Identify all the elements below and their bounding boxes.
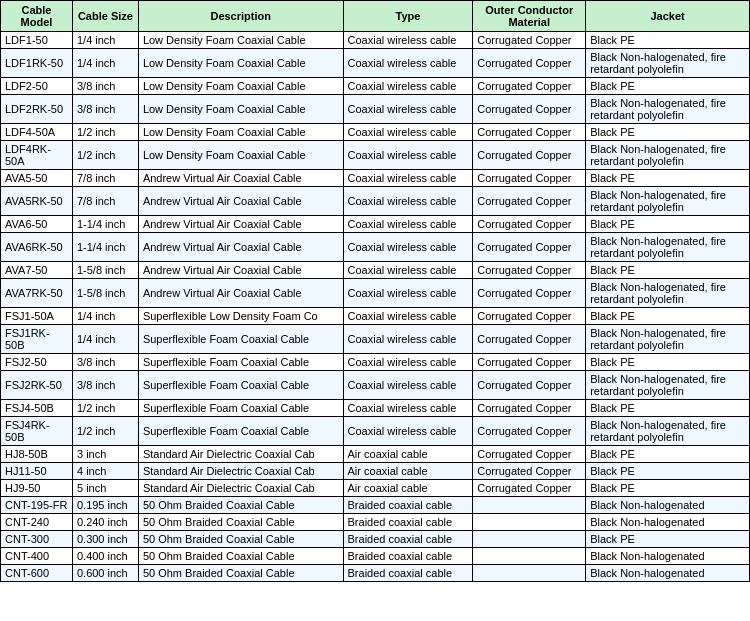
table-cell (473, 514, 586, 531)
table-cell: 1/4 inch (72, 325, 138, 354)
table-cell: Superflexible Foam Coaxial Cable (138, 354, 343, 371)
table-cell: FSJ2-50 (1, 354, 73, 371)
header-jacket: Jacket (586, 1, 750, 32)
table-cell: Coaxial wireless cable (343, 417, 473, 446)
table-cell: Black Non-halogenated (586, 514, 750, 531)
table-row: FSJ2RK-503/8 inchSuperflexible Foam Coax… (1, 371, 750, 400)
table-row: AVA5RK-507/8 inchAndrew Virtual Air Coax… (1, 187, 750, 216)
header-outer-conductor: Outer Conductor Material (473, 1, 586, 32)
table-cell: CNT-300 (1, 531, 73, 548)
table-cell: Black PE (586, 480, 750, 497)
table-cell: Black Non-halogenated, fire retardant po… (586, 371, 750, 400)
table-cell: HJ9-50 (1, 480, 73, 497)
table-cell: Black Non-halogenated, fire retardant po… (586, 233, 750, 262)
table-cell: Black Non-halogenated, fire retardant po… (586, 141, 750, 170)
table-cell: 1-5/8 inch (72, 262, 138, 279)
table-cell: Low Density Foam Coaxial Cable (138, 49, 343, 78)
table-cell: Andrew Virtual Air Coaxial Cable (138, 187, 343, 216)
table-cell: 3/8 inch (72, 354, 138, 371)
table-cell: 50 Ohm Braided Coaxial Cable (138, 565, 343, 582)
table-cell: Black Non-halogenated, fire retardant po… (586, 279, 750, 308)
table-row: LDF4-50A1/2 inchLow Density Foam Coaxial… (1, 124, 750, 141)
header-size: Cable Size (72, 1, 138, 32)
table-row: AVA6RK-501-1/4 inchAndrew Virtual Air Co… (1, 233, 750, 262)
table-cell: Black PE (586, 531, 750, 548)
table-cell: Black Non-halogenated (586, 497, 750, 514)
table-cell: 5 inch (72, 480, 138, 497)
table-cell: Coaxial wireless cable (343, 400, 473, 417)
table-cell: Corrugated Copper (473, 32, 586, 49)
table-cell: Coaxial wireless cable (343, 371, 473, 400)
table-cell: Corrugated Copper (473, 417, 586, 446)
table-cell: Corrugated Copper (473, 216, 586, 233)
table-cell: Coaxial wireless cable (343, 49, 473, 78)
table-cell: Corrugated Copper (473, 124, 586, 141)
table-cell: Superflexible Foam Coaxial Cable (138, 400, 343, 417)
table-row: LDF1RK-501/4 inchLow Density Foam Coaxia… (1, 49, 750, 78)
table-cell: Black PE (586, 170, 750, 187)
table-cell: FSJ2RK-50 (1, 371, 73, 400)
table-row: CNT-4000.400 inch50 Ohm Braided Coaxial … (1, 548, 750, 565)
table-cell: AVA6RK-50 (1, 233, 73, 262)
table-cell: Black PE (586, 354, 750, 371)
table-cell: Coaxial wireless cable (343, 233, 473, 262)
table-cell: 1/4 inch (72, 32, 138, 49)
table-row: FSJ1RK-50B1/4 inchSuperflexible Foam Coa… (1, 325, 750, 354)
table-row: CNT-6000.600 inch50 Ohm Braided Coaxial … (1, 565, 750, 582)
table-cell: Coaxial wireless cable (343, 354, 473, 371)
table-cell: CNT-600 (1, 565, 73, 582)
table-cell: 1/2 inch (72, 400, 138, 417)
table-cell: 7/8 inch (72, 187, 138, 216)
table-cell: 1/2 inch (72, 141, 138, 170)
table-cell: Black PE (586, 124, 750, 141)
table-cell: Black PE (586, 262, 750, 279)
table-cell: 7/8 inch (72, 170, 138, 187)
table-cell: 50 Ohm Braided Coaxial Cable (138, 514, 343, 531)
table-cell: LDF2-50 (1, 78, 73, 95)
table-row: LDF2RK-503/8 inchLow Density Foam Coaxia… (1, 95, 750, 124)
table-cell: Braided coaxial cable (343, 565, 473, 582)
table-cell: 3/8 inch (72, 78, 138, 95)
table-cell: CNT-195-FR (1, 497, 73, 514)
table-cell: Black PE (586, 32, 750, 49)
table-cell: Low Density Foam Coaxial Cable (138, 124, 343, 141)
table-cell: AVA5RK-50 (1, 187, 73, 216)
table-row: CNT-2400.240 inch50 Ohm Braided Coaxial … (1, 514, 750, 531)
table-cell: 0.400 inch (72, 548, 138, 565)
table-cell (473, 565, 586, 582)
table-cell: Black Non-halogenated, fire retardant po… (586, 187, 750, 216)
table-cell: Corrugated Copper (473, 262, 586, 279)
table-cell: AVA6-50 (1, 216, 73, 233)
table-cell: Superflexible Foam Coaxial Cable (138, 325, 343, 354)
table-cell: Andrew Virtual Air Coaxial Cable (138, 216, 343, 233)
table-cell: Corrugated Copper (473, 141, 586, 170)
header-model: Cable Model (1, 1, 73, 32)
table-cell: Corrugated Copper (473, 371, 586, 400)
table-cell: Black Non-halogenated, fire retardant po… (586, 325, 750, 354)
table-cell: 0.600 inch (72, 565, 138, 582)
table-cell: AVA5-50 (1, 170, 73, 187)
table-row: FSJ4RK-50B1/2 inchSuperflexible Foam Coa… (1, 417, 750, 446)
table-cell: Coaxial wireless cable (343, 262, 473, 279)
table-cell: Corrugated Copper (473, 308, 586, 325)
header-description: Description (138, 1, 343, 32)
table-cell: Black PE (586, 400, 750, 417)
table-cell: Coaxial wireless cable (343, 32, 473, 49)
table-cell: Coaxial wireless cable (343, 95, 473, 124)
table-cell: Corrugated Copper (473, 78, 586, 95)
table-cell: 4 inch (72, 463, 138, 480)
table-cell: 0.300 inch (72, 531, 138, 548)
table-cell: Low Density Foam Coaxial Cable (138, 32, 343, 49)
table-cell: HJ11-50 (1, 463, 73, 480)
table-cell: Corrugated Copper (473, 480, 586, 497)
table-cell: Coaxial wireless cable (343, 308, 473, 325)
table-cell: 0.195 inch (72, 497, 138, 514)
table-cell: Corrugated Copper (473, 463, 586, 480)
table-row: LDF4RK-50A1/2 inchLow Density Foam Coaxi… (1, 141, 750, 170)
table-cell: Black Non-halogenated (586, 565, 750, 582)
table-cell: Corrugated Copper (473, 170, 586, 187)
table-cell: Superflexible Foam Coaxial Cable (138, 371, 343, 400)
table-row: AVA5-507/8 inchAndrew Virtual Air Coaxia… (1, 170, 750, 187)
table-cell (473, 548, 586, 565)
table-cell: Braided coaxial cable (343, 548, 473, 565)
